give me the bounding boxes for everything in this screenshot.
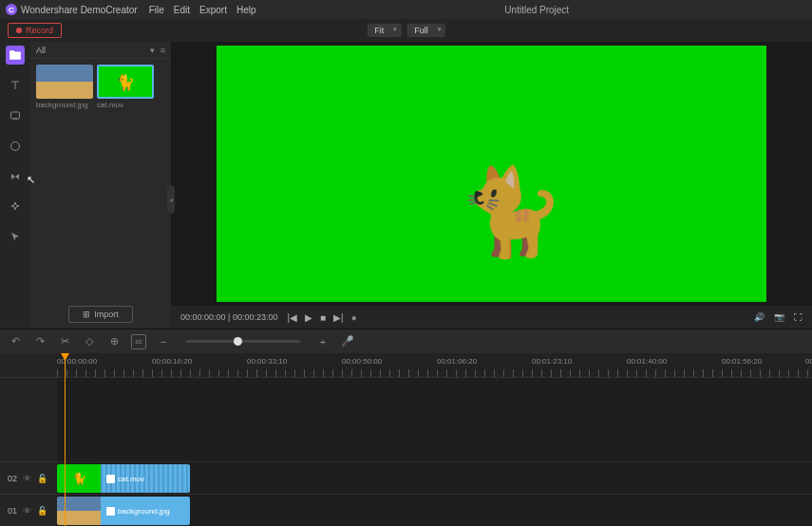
mic-button[interactable]: 🎤	[340, 334, 355, 349]
menu-help[interactable]: Help	[236, 5, 256, 15]
sidebar-text-icon[interactable]	[6, 76, 25, 95]
preview-subject-cat: 🐈	[458, 162, 564, 262]
sidebar-transition-icon[interactable]	[6, 167, 25, 186]
fit-dropdown[interactable]: Fit	[367, 24, 401, 37]
track-label-01: 01 👁 🔓	[0, 494, 57, 526]
menu-file[interactable]: File	[149, 5, 164, 15]
speed-button[interactable]: ⊕	[106, 334, 122, 349]
svg-point-1	[11, 142, 20, 151]
sidebar-sticker-icon[interactable]	[6, 137, 25, 156]
media-view-list-icon[interactable]: ≡	[161, 46, 165, 55]
record-button[interactable]: Record	[8, 23, 62, 38]
project-title: Untitled Project	[268, 5, 807, 15]
marker-button[interactable]: ◇	[82, 334, 97, 349]
caption-button[interactable]: cc	[131, 334, 146, 349]
sidebar-effects-icon[interactable]	[6, 197, 25, 216]
prev-frame-button[interactable]: |◀	[287, 312, 297, 323]
track-02-lock-icon[interactable]: 🔓	[37, 474, 47, 483]
play-button[interactable]: ▶	[305, 312, 312, 323]
sidebar-media-icon[interactable]	[6, 46, 25, 65]
media-sort-dropdown[interactable]: ▾	[150, 46, 155, 55]
zoom-in-button[interactable]: +	[315, 334, 330, 349]
stop-button[interactable]: ■	[320, 312, 326, 323]
timeline-ruler[interactable]: 00:00:00:00 00:00:16:20 00:00:33:10 00:0…	[57, 353, 812, 378]
playhead[interactable]	[65, 353, 66, 526]
clip-background-jpg[interactable]: background.jpg	[57, 497, 190, 525]
app-logo-icon: C	[6, 4, 17, 15]
volume-icon[interactable]: 🔊	[754, 312, 765, 322]
menu-edit[interactable]: Edit	[174, 5, 190, 15]
sidebar-cursor-icon[interactable]	[6, 228, 25, 247]
time-display: 00:00:00:00 | 00:00:23:00	[180, 312, 277, 322]
track-02-visibility-icon[interactable]: 👁	[23, 474, 31, 483]
zoom-slider[interactable]	[186, 340, 300, 343]
media-item-background[interactable]: background.jpg	[36, 65, 93, 109]
snapshot-icon[interactable]: 📷	[774, 312, 784, 322]
track-01-lock-icon[interactable]: 🔓	[37, 506, 47, 516]
crop-button[interactable]: ✂	[57, 334, 72, 349]
media-item-cat[interactable]: 🐈 cat.mov	[97, 65, 154, 109]
track-01-visibility-icon[interactable]: 👁	[23, 506, 31, 516]
undo-button[interactable]: ↶	[8, 334, 23, 349]
redo-button[interactable]: ↷	[32, 334, 47, 349]
media-filter-all[interactable]: All	[36, 46, 46, 55]
fullscreen-icon[interactable]: ⛶	[794, 312, 803, 322]
sidebar-annotation-icon[interactable]	[6, 106, 25, 125]
next-frame-button[interactable]: ▶|	[333, 312, 344, 323]
track-label-02: 02 👁 🔓	[0, 461, 57, 494]
mouse-cursor-icon: ↖	[27, 174, 35, 186]
menu-export[interactable]: Export	[199, 5, 227, 15]
image-type-icon	[106, 507, 115, 516]
preview-canvas[interactable]: 🐈	[217, 46, 766, 302]
zoom-out-button[interactable]: −	[156, 334, 171, 349]
import-button[interactable]: ⊞ Import	[68, 306, 133, 323]
full-dropdown[interactable]: Full	[406, 24, 445, 37]
app-brand-name: Wondershare DemoCreator	[21, 5, 138, 15]
video-type-icon	[106, 475, 115, 483]
panel-splitter[interactable]: ◂	[167, 185, 175, 214]
clip-cat-mov[interactable]: 🐈 cat.mov	[57, 464, 190, 493]
record-marker-button[interactable]: ●	[351, 312, 357, 323]
